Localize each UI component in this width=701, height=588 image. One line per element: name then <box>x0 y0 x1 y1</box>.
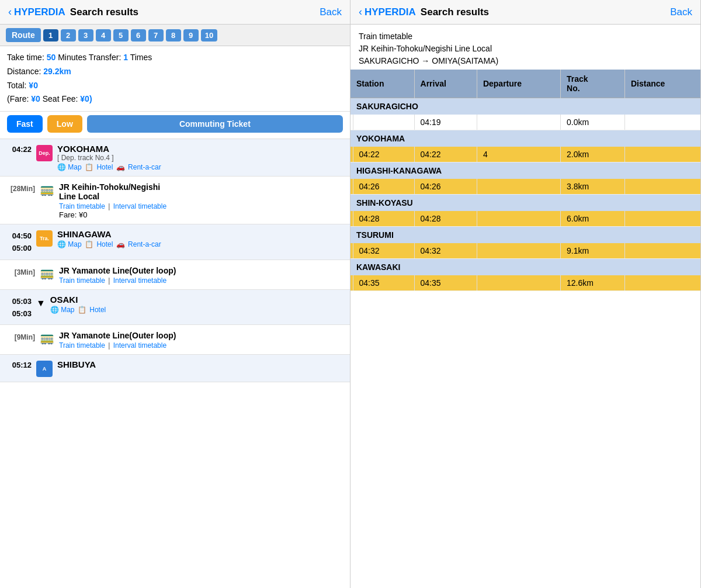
track-kawasaki <box>477 275 560 291</box>
station-name-shinkoyasu: SHIN-KOYASU <box>350 195 700 212</box>
globe-icon: 🌐 <box>57 163 66 171</box>
keihin-detail: JR Keihin-Tohoku/NegishiLine Local Train… <box>59 181 344 219</box>
time-row-tsurumi: 04:32 04:32 9.1km <box>350 243 700 259</box>
fast-button[interactable]: Fast <box>7 115 43 133</box>
station-row-yokohama: YOKOHAMA <box>350 130 700 147</box>
distance-label: Distance: <box>7 67 41 76</box>
take-time-value: 50 <box>47 53 56 62</box>
route-num-9[interactable]: 9 <box>183 29 199 41</box>
train-timetable-link-3[interactable]: Train timetable <box>59 341 105 350</box>
interval-timetable-link[interactable]: Interval timetable <box>113 202 166 210</box>
route-num-10[interactable]: 10 <box>201 29 217 41</box>
page-title-right: Search results <box>421 6 489 18</box>
brand-label-right: HYPERDIA <box>365 6 416 18</box>
departure-sakuragicho: 04:19 <box>414 115 477 130</box>
hotel-link-2[interactable]: Hotel <box>96 240 113 248</box>
journey-list: 04:22 Dep. YOKOHAMA [ Dep. track No.4 ] … <box>0 139 350 588</box>
back-button-right[interactable]: Back <box>670 6 692 18</box>
station-name-sakuragicho: SAKURAGICHO <box>350 98 700 115</box>
leg-yamanote-line-1: [3Min] 🚃 JR Yamanote Line(Outer loop) Tr… <box>0 260 350 290</box>
brand-label: HYPERDIA <box>14 6 65 18</box>
extra-kawasaki <box>624 275 700 291</box>
distance-sakuragicho: 0.0km <box>561 115 625 130</box>
leg-shibuya-station: 05:12 A SHIBUYA <box>0 355 350 382</box>
track-higashi <box>477 179 560 195</box>
shinagawa-station-name: SHINAGAWA <box>57 229 344 239</box>
left-header: ‹ HYPERDIA Search results Back <box>0 0 350 25</box>
train-icon-2: 🚃 <box>40 266 54 280</box>
route-num-7[interactable]: 7 <box>148 29 164 41</box>
route-num-1[interactable]: 1 <box>43 29 58 41</box>
interval-timetable-link-3[interactable]: Interval timetable <box>113 341 166 350</box>
col-distance: Distance <box>624 70 700 98</box>
hotel-link-3[interactable]: Hotel <box>89 306 106 314</box>
distance-yokohama: 2.0km <box>561 147 625 162</box>
arrival-sakuragicho <box>353 115 414 130</box>
yamanote2-detail: JR Yamanote Line(Outer loop) Train timet… <box>59 330 344 350</box>
shinagawa-links: 🌐 Map 📋 Hotel 🚗 Rent-a-car <box>57 240 344 248</box>
leg-yamanote-line-2: [9Min] 🚃 JR Yamanote Line(Outer loop) Tr… <box>0 325 350 355</box>
departure-kawasaki: 04:35 <box>414 275 477 291</box>
arr-icon: A <box>36 361 53 377</box>
back-button[interactable]: Back <box>320 6 342 18</box>
transfer-arrow-icon: ▼ <box>36 298 46 309</box>
seat-label: Seat Fee: <box>43 94 78 103</box>
hotel-link[interactable]: Hotel <box>96 163 113 171</box>
low-button[interactable]: Low <box>47 115 82 133</box>
globe-icon-3: 🌐 <box>50 306 59 314</box>
train-icon-3: 🚃 <box>40 331 54 345</box>
col-station: Station <box>350 70 414 98</box>
distance-higashi: 3.8km <box>561 179 625 195</box>
station-row-shinkoyasu: SHIN-KOYASU <box>350 195 700 212</box>
timetable-direction: SAKURAGICHO → OMIYA(SAITAMA) <box>359 55 692 67</box>
total-value: ¥0 <box>29 81 38 90</box>
commute-button[interactable]: Commuting Ticket <box>87 115 343 133</box>
rentacar-link[interactable]: Rent-a-car <box>128 163 161 171</box>
osaki-detail: OSAKI 🌐 Map 📋 Hotel <box>50 295 344 314</box>
map-link[interactable]: Map <box>68 163 81 171</box>
info-row-fare: (Fare: ¥0 Seat Fee: ¥0) <box>7 92 343 106</box>
yamanote1-links: Train timetable | Interval timetable <box>59 276 344 285</box>
col-track: TrackNo. <box>561 70 625 98</box>
track-shinkoyasu <box>477 211 560 227</box>
route-label: Route <box>6 28 41 42</box>
yamanote2-links: Train timetable | Interval timetable <box>59 341 344 350</box>
keihin-fare: Fare: ¥0 <box>59 210 344 219</box>
tra-icon: Tra. <box>36 230 53 247</box>
train-timetable-link[interactable]: Train timetable <box>59 202 105 210</box>
right-header: ‹ HYPERDIA Search results Back <box>350 0 700 25</box>
globe-icon-2: 🌐 <box>57 240 66 248</box>
osaki-station-name: OSAKI <box>50 295 344 305</box>
yamanote2-duration: [9Min] <box>6 332 35 341</box>
arrival-higashi: 04:26 <box>353 179 414 195</box>
station-name-kawasaki: KAWASAKI <box>350 259 700 276</box>
timetable-line-name: JR Keihin-Tohoku/Negishi Line Local <box>359 43 692 55</box>
track-yokohama: 4 <box>477 147 560 162</box>
shibuya-station-name: SHIBUYA <box>57 359 344 369</box>
route-num-3[interactable]: 3 <box>78 29 93 41</box>
train-timetable-link-2[interactable]: Train timetable <box>59 276 105 285</box>
time-row-higashi: 04:26 04:26 3.8km <box>350 179 700 195</box>
shibuya-time: 05:12 <box>6 359 32 369</box>
rentacar-link-2[interactable]: Rent-a-car <box>128 240 161 248</box>
interval-timetable-link-2[interactable]: Interval timetable <box>113 276 166 285</box>
route-num-4[interactable]: 4 <box>96 29 111 41</box>
seat-value: ¥0) <box>80 94 92 103</box>
timetable-info: Train timetable JR Keihin-Tohoku/Negishi… <box>350 25 700 70</box>
route-num-5[interactable]: 5 <box>113 29 129 41</box>
map-link-3[interactable]: Map <box>61 306 74 314</box>
yokohama-links: 🌐 Map 📋 Hotel 🚗 Rent-a-car <box>57 163 344 171</box>
route-num-8[interactable]: 8 <box>166 29 181 41</box>
station-name-tsurumi: TSURUMI <box>350 227 700 244</box>
take-time-label: Take time: <box>7 53 44 62</box>
track-sakuragicho <box>477 115 560 130</box>
route-num-2[interactable]: 2 <box>61 29 76 41</box>
transfer-label: Transfer: <box>89 53 122 62</box>
station-row-higashi: HIGASHI-KANAGAWA <box>350 162 700 179</box>
left-panel: ‹ HYPERDIA Search results Back Route 1 2… <box>0 0 350 588</box>
route-num-6[interactable]: 6 <box>131 29 146 41</box>
info-row-total: Total: ¥0 <box>7 79 343 93</box>
yokohama-dep-info: [ Dep. track No.4 ] <box>57 154 344 162</box>
station-row-sakuragicho: SAKURAGICHO <box>350 98 700 115</box>
map-link-2[interactable]: Map <box>68 240 81 248</box>
